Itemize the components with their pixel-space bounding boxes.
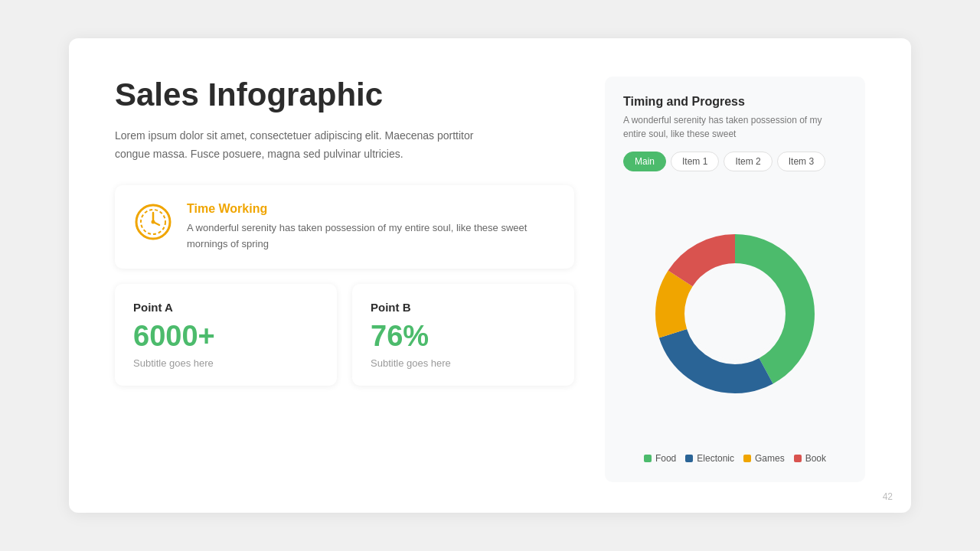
tab-bar: Main Item 1 Item 2 Item 3 (623, 152, 847, 171)
legend-food-label: Food (655, 453, 676, 464)
legend-book-label: Book (805, 453, 826, 464)
svg-point-9 (689, 268, 781, 360)
right-panel: Timing and Progress A wonderful serenity… (605, 77, 865, 482)
metric-value-a: 6000+ (133, 320, 318, 353)
metric-label-b: Point B (371, 301, 556, 314)
card-body: A wonderful serenity has taken possessio… (187, 220, 556, 253)
legend-electonic-label: Electonic (697, 453, 734, 464)
subtitle-text: Lorem ipsum dolor sit amet, consectetuer… (115, 127, 482, 164)
metric-value-b: 76% (371, 320, 556, 353)
metric-card-b: Point B 76% Subtitle goes here (352, 284, 574, 386)
legend-games: Games (743, 453, 785, 464)
legend-food-dot (644, 455, 652, 462)
card-content: Time Working A wonderful serenity has ta… (187, 202, 556, 253)
panel-description: A wonderful serenity has taken possessio… (623, 113, 847, 141)
legend-electonic: Electonic (685, 453, 734, 464)
tab-main[interactable]: Main (623, 152, 666, 171)
metric-label-a: Point A (133, 301, 318, 314)
metrics-row: Point A 6000+ Subtitle goes here Point B… (115, 284, 574, 386)
svg-point-4 (152, 220, 155, 223)
tab-item3[interactable]: Item 3 (777, 152, 825, 171)
legend-games-label: Games (755, 453, 785, 464)
page-number: 42 (883, 491, 893, 502)
left-panel: Sales Infographic Lorem ipsum dolor sit … (115, 77, 574, 482)
chart-legend: Food Electonic Games Book (623, 453, 847, 464)
card-title: Time Working (187, 202, 556, 216)
legend-electonic-dot (685, 455, 693, 462)
metric-subtitle-b: Subtitle goes here (371, 357, 556, 369)
clock-icon (133, 202, 173, 242)
tab-item2[interactable]: Item 2 (724, 152, 772, 171)
legend-book-dot (794, 455, 802, 462)
legend-food: Food (644, 453, 676, 464)
tab-item1[interactable]: Item 1 (671, 152, 719, 171)
donut-chart (623, 185, 847, 442)
legend-book: Book (794, 453, 826, 464)
metric-subtitle-a: Subtitle goes here (133, 357, 318, 369)
legend-games-dot (743, 455, 751, 462)
slide: Sales Infographic Lorem ipsum dolor sit … (69, 38, 911, 513)
page-title: Sales Infographic (115, 77, 574, 113)
panel-title: Timing and Progress (623, 95, 847, 109)
time-working-card: Time Working A wonderful serenity has ta… (115, 185, 574, 269)
metric-card-a: Point A 6000+ Subtitle goes here (115, 284, 337, 386)
